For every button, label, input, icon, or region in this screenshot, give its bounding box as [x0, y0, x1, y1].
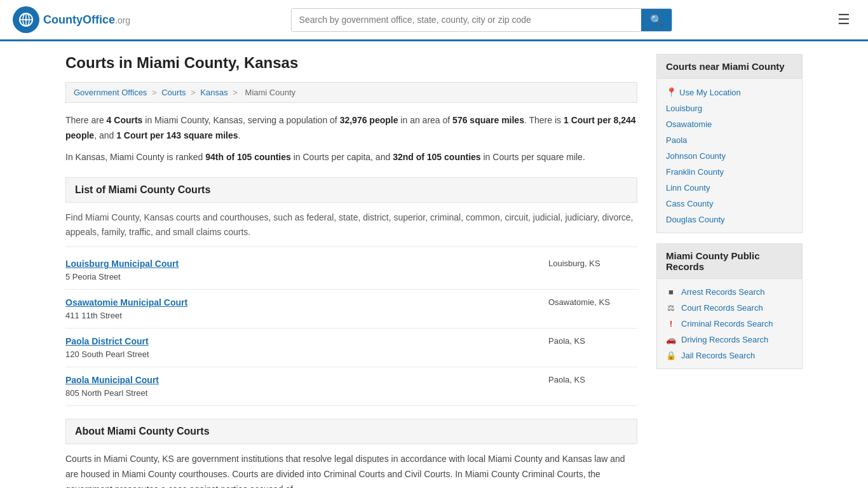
criminal-records-item: ! Criminal Records Search: [657, 316, 802, 332]
nearby-link-cass-county[interactable]: Cass County: [657, 196, 802, 212]
court-item: Paola District Court 120 South Pearl Str…: [65, 329, 637, 367]
court-location-1: Louisburg, KS: [536, 259, 637, 268]
court-address-2: 411 11th Street: [65, 311, 122, 320]
court-location-2: Osawatomie, KS: [536, 297, 637, 307]
ranking-paragraph: In Kansas, Miami County is ranked 94th o…: [65, 150, 637, 165]
court-name-2[interactable]: Osawatomie Municipal Court: [65, 297, 536, 308]
arrest-icon: ■: [666, 287, 676, 297]
court-name-3[interactable]: Paola District Court: [65, 336, 536, 346]
driving-records-link[interactable]: Driving Records Search: [681, 335, 768, 344]
jail-records-item: 🔒 Jail Records Search: [657, 348, 802, 363]
nearby-link-franklin-county[interactable]: Franklin County: [657, 164, 802, 180]
court-item: Louisburg Municipal Court 5 Peoria Stree…: [65, 251, 637, 290]
nearby-links: 📍 Use My Location Louisburg Osawatomie P…: [657, 79, 802, 233]
content-area: Courts in Miami County, Kansas Governmen…: [65, 54, 637, 488]
courts-list: Louisburg Municipal Court 5 Peoria Stree…: [65, 251, 637, 406]
court-records-item: ⚖ Court Records Search: [657, 300, 802, 316]
use-my-location-label: Use My Location: [679, 88, 741, 97]
breadcrumb-sep2: >: [191, 88, 196, 97]
breadcrumb-miami-county: Miami County: [245, 88, 295, 97]
court-location-3: Paola, KS: [536, 336, 637, 346]
nearby-title: Courts near Miami County: [657, 55, 802, 79]
breadcrumb-sep3: >: [233, 88, 238, 97]
court-info: Osawatomie Municipal Court 411 11th Stre…: [65, 297, 536, 320]
use-my-location-link[interactable]: 📍 Use My Location: [657, 84, 802, 100]
search-button[interactable]: 🔍: [641, 9, 672, 31]
court-records-link[interactable]: Court Records Search: [681, 303, 763, 313]
search-input[interactable]: [292, 10, 641, 30]
menu-button[interactable]: ☰: [832, 9, 855, 30]
location-icon: 📍: [666, 87, 677, 97]
court-item: Paola Municipal Court 805 North Pearl St…: [65, 367, 637, 406]
nearby-link-osawatomie[interactable]: Osawatomie: [657, 116, 802, 132]
about-text: Courts in Miami County, KS are governmen…: [65, 452, 637, 488]
court-name-4[interactable]: Paola Municipal Court: [65, 375, 536, 385]
logo-text: CountyOffice.org: [43, 13, 130, 27]
breadcrumb-government-offices[interactable]: Government Offices: [74, 88, 147, 97]
nearby-link-linn-county[interactable]: Linn County: [657, 180, 802, 196]
criminal-records-link[interactable]: Criminal Records Search: [681, 319, 773, 329]
logo-icon: [13, 6, 39, 33]
court-info: Paola Municipal Court 805 North Pearl St…: [65, 375, 536, 398]
breadcrumb-kansas[interactable]: Kansas: [200, 88, 227, 97]
court-address-1: 5 Peoria Street: [65, 272, 121, 281]
nearby-section: Courts near Miami County 📍 Use My Locati…: [656, 54, 803, 233]
stats-paragraph: There are 4 Courts in Miami County, Kans…: [65, 113, 637, 144]
court-address-3: 120 South Pearl Street: [65, 349, 149, 359]
court-info: Paola District Court 120 South Pearl Str…: [65, 336, 536, 359]
breadcrumb-courts[interactable]: Courts: [161, 88, 186, 97]
court-icon: ⚖: [666, 303, 676, 313]
about-section: About Miami County Courts Courts in Miam…: [65, 419, 637, 488]
breadcrumb: Government Offices > Courts > Kansas > M…: [65, 82, 637, 103]
list-description: Find Miami County, Kansas courts and cou…: [65, 203, 637, 247]
driving-icon: 🚗: [666, 335, 676, 344]
court-location-4: Paola, KS: [536, 375, 637, 384]
page-title: Courts in Miami County, Kansas: [65, 54, 637, 72]
arrest-records-item: ■ Arrest Records Search: [657, 284, 802, 300]
public-records-title: Miami County Public Records: [657, 244, 802, 279]
driving-records-item: 🚗 Driving Records Search: [657, 332, 802, 348]
breadcrumb-sep1: >: [152, 88, 157, 97]
court-name-1[interactable]: Louisburg Municipal Court: [65, 259, 536, 269]
arrest-records-link[interactable]: Arrest Records Search: [681, 287, 765, 297]
court-info: Louisburg Municipal Court 5 Peoria Stree…: [65, 259, 536, 281]
jail-icon: 🔒: [666, 351, 676, 360]
sidebar: Courts near Miami County 📍 Use My Locati…: [656, 54, 803, 488]
about-section-header: About Miami County Courts: [65, 419, 637, 444]
header: CountyOffice.org 🔍 ☰: [0, 0, 868, 41]
main-container: Courts in Miami County, Kansas Governmen…: [53, 41, 815, 488]
nearby-link-douglas-county[interactable]: Douglas County: [657, 212, 802, 227]
jail-records-link[interactable]: Jail Records Search: [681, 351, 755, 360]
list-section-header: List of Miami County Courts: [65, 177, 637, 203]
records-links: ■ Arrest Records Search ⚖ Court Records …: [657, 279, 802, 369]
court-address-4: 805 North Pearl Street: [65, 388, 147, 398]
criminal-icon: !: [666, 319, 676, 329]
public-records-section: Miami County Public Records ■ Arrest Rec…: [656, 243, 803, 369]
court-item: Osawatomie Municipal Court 411 11th Stre…: [65, 290, 637, 329]
search-bar: 🔍: [291, 8, 672, 32]
nearby-link-louisburg[interactable]: Louisburg: [657, 100, 802, 116]
logo-area: CountyOffice.org: [13, 6, 130, 33]
nearby-link-paola[interactable]: Paola: [657, 132, 802, 148]
svg-point-5: [25, 18, 27, 21]
nearby-link-johnson-county[interactable]: Johnson County: [657, 148, 802, 164]
